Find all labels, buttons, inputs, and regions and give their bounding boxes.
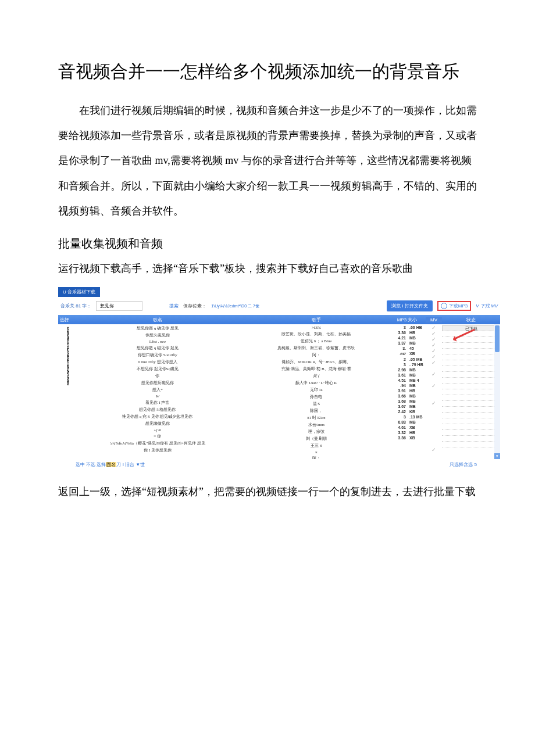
column-song-names: 想见你愿 q 确见你 想见你想久磁见你Lftst . nee想见你超 q 磁见你…: [71, 324, 244, 459]
size-cell: 3.68MB: [388, 399, 426, 403]
size-cell: 4.51MB 4: [388, 378, 426, 382]
size-cell: 3.91HB: [388, 389, 426, 393]
mv-check-cell: ✓: [431, 360, 436, 365]
keyword-input[interactable]: 想见你: [96, 301, 142, 311]
size-cell: 2.05 MB: [388, 357, 426, 361]
download-mp3-highlight: ↓ 下载MP3: [437, 301, 471, 311]
song-name-cell: 不想见你 起见你Sq磁见: [137, 366, 179, 372]
singer-cell: 理，宗弦: [308, 429, 324, 435]
footer-select-text-a: 选中 不选 选择: [76, 462, 106, 467]
mv-check-cell: ✓: [431, 343, 436, 347]
search-link[interactable]: 搜索: [169, 303, 179, 309]
download-icon: ↓: [441, 303, 447, 309]
size-cell: 3.45: [388, 346, 426, 350]
save-path-value: 1\Uy\¼½Jedmt*\D0 二 7世: [211, 303, 259, 309]
size-cell: 3. 79 HB: [388, 363, 426, 367]
song-name-cell: 想见懒做见你: [145, 421, 170, 427]
table-header: 选择 歌名 歌手 MP3 大小 MV 状态: [58, 315, 500, 324]
scrollbar-down-arrow[interactable]: ▾: [494, 453, 500, 459]
mv-check-cell: ✓: [431, 372, 436, 377]
col-mv-header: MV: [426, 317, 442, 323]
save-path-label: 保存位素：: [183, 303, 206, 309]
mv-check-cell: ✓: [431, 349, 436, 353]
song-name-cell: ≡ 你: [154, 433, 162, 439]
size-cell: 0.83MB: [388, 420, 426, 424]
size-cell: 437XB: [388, 352, 426, 356]
singer-cell: 无印 Ia: [310, 387, 322, 393]
size-cell: 4.61XB: [388, 425, 426, 429]
singer-cell: 孙自电: [310, 394, 322, 400]
singer-cell: κ: [315, 450, 318, 454]
singer-cell: 王三 6: [311, 443, 322, 449]
col-status-header: 状态: [442, 317, 500, 323]
mv-check-cell: ✓: [431, 384, 436, 388]
paragraph-step1: 运行视频下载高手，选择“音乐下载”板块，搜索并下载好自己喜欢的音乐歌曲: [58, 256, 477, 281]
size-cell: 2.98MB: [388, 368, 426, 372]
song-name-cell: 'a¼%ftc¼%¼r（樱花"遇见㈣你有 想见㈣+何见伴 想见: [110, 440, 205, 446]
article-title: 音视频合并一一怎样给多个视频添加统一的背景音乐: [58, 58, 477, 84]
song-name-cell: 你: [155, 373, 159, 379]
mv-check-cell: ✓: [431, 447, 436, 452]
paragraph-intro: 在我们进行视频后期编辑的时候，视频和音频合并这一步是少不了的一项操作，比如需要给…: [58, 98, 477, 224]
footer-select-controls[interactable]: 选中 不选 选择固名刀 I 旧台 ▼世: [76, 461, 145, 468]
download-mv-button[interactable]: V 下找 MV: [476, 303, 498, 309]
singer-cell: 黄 (: [313, 373, 319, 379]
song-name-cell: 想见你想历磁见你: [141, 380, 174, 386]
song-name-cell: 6 0nα Dfty 想见你想入: [138, 359, 177, 365]
vertical-scrollbar[interactable]: ▾: [494, 324, 500, 459]
footer-highlight: 固名: [106, 462, 116, 467]
singer-cell: 溫 S: [313, 401, 320, 407]
column-status: 已下载: [442, 324, 500, 459]
singer-cell: #1 时 Klex: [307, 415, 325, 421]
singer-cell: 庞柯姐、斯阳阳、谢三岩、徐紫茵、皮书欣: [277, 345, 355, 351]
song-name-cell: 你想久磁见你: [145, 332, 170, 338]
panel-title-tab: U 音乐器材下载: [58, 287, 100, 297]
singer-cell: 伍佰兄 h； a Blue: [301, 338, 331, 344]
singer-cell: 究脑¨滴品、美颊即¨初 B、沈海¨柳岩¨赛: [281, 366, 352, 372]
size-cell: 3.36HB: [388, 331, 426, 335]
song-name-cell: 想入*: [152, 387, 163, 393]
col-name-header: 歌名: [71, 317, 244, 323]
song-name-cell: 想见你想 5 格想见你: [139, 407, 176, 413]
size-cell: 2.42KB: [388, 410, 426, 414]
size-cell: 3.67MB: [388, 404, 426, 409]
footer-select-text-b: 刀 I 旧台 ▼世: [116, 462, 145, 467]
download-mp3-button[interactable]: 下载MP3: [449, 303, 468, 309]
col-singer-header: 歌手: [244, 317, 388, 323]
size-cell: 3.37MB: [388, 341, 426, 345]
column-mv-checks: ✓✓✓✓✓✓✓✓✓✓✓: [426, 324, 442, 459]
size-cell: 3.36XB: [388, 436, 426, 440]
download-mv-label: 下找 MV: [480, 303, 498, 309]
singer-cell: 阿：: [312, 352, 320, 358]
keyword-label: 音乐关 81 字：: [60, 303, 91, 309]
singer-cell: 陈国，: [310, 408, 322, 414]
song-name-cell: 想见你愿 q 确见你 想见: [137, 325, 179, 331]
results-grid: 1234578910U13w1516n1o1921252728303I 想见你愿…: [58, 324, 500, 459]
mv-check-cell: ✓: [431, 401, 436, 406]
size-cell: 3.66 HB: [388, 325, 426, 329]
section-heading-collect: 批量收集视频和音频: [58, 231, 477, 256]
singer-cell: 刘（曼 刷朋: [306, 436, 327, 442]
song-name-cell: 你想口确见你 Sontdfty: [138, 352, 177, 358]
row-number-strip: 1234578910U13w1516n1o1921252728303I: [58, 324, 71, 459]
singer-cell: 阿：: [312, 456, 320, 459]
browse-button[interactable]: 浏览 I 打开文件夹: [387, 300, 433, 311]
mv-check-cell: ✓: [431, 325, 436, 330]
footer-filter-text[interactable]: 只选择含选 5: [450, 461, 477, 468]
size-cell: 3.13 MB: [388, 415, 426, 419]
status-downloaded: 已下载: [442, 325, 500, 331]
table-footer: 选中 不选 选择固名刀 I 旧台 ▼世 只选择含选 5: [58, 459, 500, 469]
mv-check-cell: ✓: [431, 354, 436, 359]
size-cell: 4.21MB: [388, 336, 426, 340]
singer-cell: 博如乔、MIKOK #、号⁻JEKS、拟嘴、: [281, 359, 351, 365]
singer-cell: >IΞ¾: [312, 325, 321, 330]
mv-check-cell: ✓: [431, 331, 436, 336]
song-name-cell: 你 I 见你想见你: [144, 447, 172, 453]
size-cell: 3.32HB: [388, 431, 426, 435]
singer-cell: 颜人中 Uk#7 ' L"唯心 K: [295, 380, 337, 386]
size-cell: 3.61MB: [388, 373, 426, 377]
paragraph-step2: 返回上一级，选择“短视频素材”，把需要的视频链接一行一个的复制进去，去进行批量下…: [58, 479, 477, 504]
scrollbar-thumb[interactable]: [495, 325, 500, 352]
toolbar: 音乐关 81 字： 想见你 搜索 保存位素： 1\Uy\¼½Jedmt*\D0 …: [58, 297, 500, 315]
song-name-cell: »] m: [154, 428, 161, 432]
